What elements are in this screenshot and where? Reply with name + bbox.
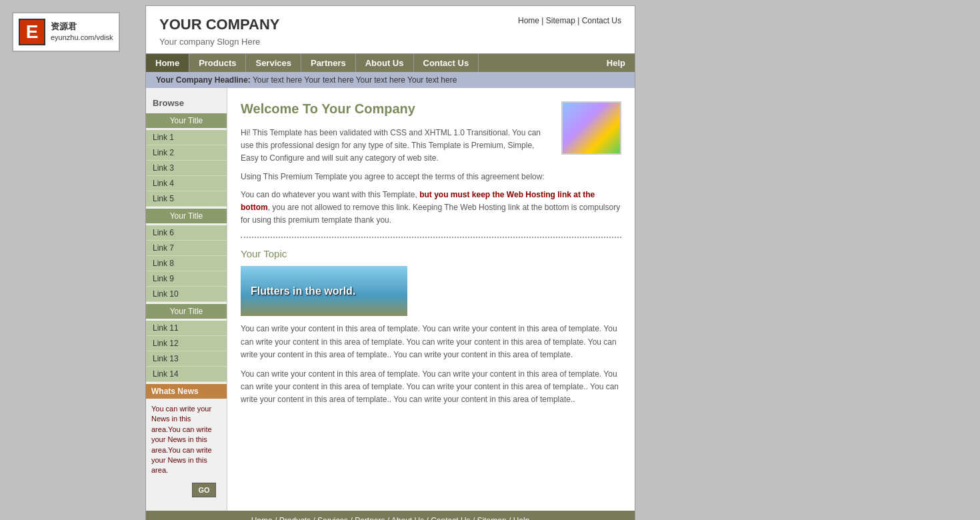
topic-title: Your Topic — [241, 248, 621, 259]
footer-link-help[interactable]: Help — [513, 516, 530, 520]
welcome-p3-before: You can do whatever you want with this T… — [241, 190, 417, 199]
nav-bar: Home Products Services Partners About Us… — [146, 53, 635, 72]
sidebar-link-10[interactable]: Link 10 — [146, 287, 227, 302]
browse-label: Browse — [146, 95, 227, 111]
main-content: Welcome To Your Company Hi! This Templat… — [227, 88, 635, 511]
company-slogan: Your company Slogn Here — [159, 37, 280, 47]
logo-box: E 资源君 eyunzhu.com/vdisk — [12, 12, 120, 52]
section-divider — [241, 237, 621, 238]
footer-link-partners[interactable]: Partners — [355, 516, 385, 520]
headline-label: Your Company Headline: — [156, 75, 251, 85]
nav-partners[interactable]: Partners — [301, 54, 356, 72]
sidebar-title-1: Your Title — [146, 113, 227, 128]
footer-link-sitemap[interactable]: Sitemap — [477, 516, 507, 520]
sidebar-link-2[interactable]: Link 2 — [146, 145, 227, 161]
welcome-p3: You can do whatever you want with this T… — [241, 189, 621, 227]
footer-link-home[interactable]: Home — [251, 516, 273, 520]
logo-url: eyunzhu.com/vdisk — [51, 33, 113, 43]
sidebar-link-12[interactable]: Link 12 — [146, 336, 227, 351]
nav-services[interactable]: Services — [246, 54, 301, 72]
content-text-2: You can write your content in this area … — [241, 368, 621, 407]
footer-nav: Home / Products / Services / Partners / … — [146, 511, 635, 520]
company-name: YOUR COMPANY — [159, 16, 280, 33]
sidebar-link-6[interactable]: Link 6 — [146, 225, 227, 241]
sidebar-link-7[interactable]: Link 7 — [146, 241, 227, 256]
go-button[interactable]: GO — [192, 483, 216, 497]
footer-link-about[interactable]: About Us — [391, 516, 424, 520]
header-links: Home | Sitemap | Contact Us — [518, 16, 621, 25]
footer-link-contact[interactable]: Contact Us — [431, 516, 470, 520]
sidebar-link-14[interactable]: Link 14 — [146, 367, 227, 382]
sidebar-link-13[interactable]: Link 13 — [146, 351, 227, 367]
sidebar-link-4[interactable]: Link 4 — [146, 176, 227, 191]
sidebar-link-11[interactable]: Link 11 — [146, 321, 227, 336]
welcome-section: Welcome To Your Company Hi! This Templat… — [241, 101, 621, 227]
nav-products[interactable]: Products — [189, 54, 246, 72]
nav-help[interactable]: Help — [597, 54, 635, 72]
header-left: YOUR COMPANY Your company Slogn Here — [159, 16, 280, 47]
nav-home[interactable]: Home — [146, 54, 189, 72]
header-link-contact[interactable]: Contact Us — [582, 16, 621, 25]
headline-text: Your text here Your text here Your text … — [253, 75, 457, 85]
sidebar-link-1[interactable]: Link 1 — [146, 130, 227, 145]
content-text-1: You can write your content in this area … — [241, 323, 621, 361]
main-container: YOUR COMPANY Your company Slogn Here Hom… — [145, 5, 635, 520]
logo-area: E 资源君 eyunzhu.com/vdisk — [5, 5, 145, 59]
header: YOUR COMPANY Your company Slogn Here Hom… — [146, 6, 635, 53]
sidebar-link-8[interactable]: Link 8 — [146, 256, 227, 271]
topic-section: Your Topic Flutters in the world. You ca… — [241, 248, 621, 406]
header-link-home[interactable]: Home — [518, 16, 539, 25]
topic-image-text: Flutters in the world. — [251, 285, 355, 297]
welcome-p3-after: , you are not allowed to remove this lin… — [241, 203, 620, 225]
nav-contact[interactable]: Contact Us — [414, 54, 479, 72]
whats-news-text: You can write your News in this area.You… — [146, 401, 227, 479]
welcome-image — [561, 101, 621, 155]
welcome-p2: Using This Premium Template you agree to… — [241, 171, 621, 183]
logo-letter: E — [19, 19, 45, 45]
logo-chinese: 资源君 — [51, 21, 113, 33]
nav-about[interactable]: About Us — [356, 54, 414, 72]
footer-link-products[interactable]: Products — [279, 516, 311, 520]
sidebar-title-2: Your Title — [146, 209, 227, 223]
sidebar: Browse Your Title Link 1 Link 2 Link 3 L… — [146, 88, 227, 511]
topic-image: Flutters in the world. — [241, 266, 407, 316]
header-link-sitemap[interactable]: Sitemap — [546, 16, 575, 25]
sidebar-link-5[interactable]: Link 5 — [146, 191, 227, 207]
sidebar-link-3[interactable]: Link 3 — [146, 161, 227, 176]
sidebar-title-3: Your Title — [146, 304, 227, 319]
headline-bar: Your Company Headline: Your text here Yo… — [146, 72, 635, 88]
whats-news-title: Whats News — [146, 384, 227, 399]
logo-text: 资源君 eyunzhu.com/vdisk — [51, 21, 113, 43]
content-area: Browse Your Title Link 1 Link 2 Link 3 L… — [146, 88, 635, 511]
sidebar-link-9[interactable]: Link 9 — [146, 271, 227, 287]
footer-link-services[interactable]: Services — [317, 516, 348, 520]
